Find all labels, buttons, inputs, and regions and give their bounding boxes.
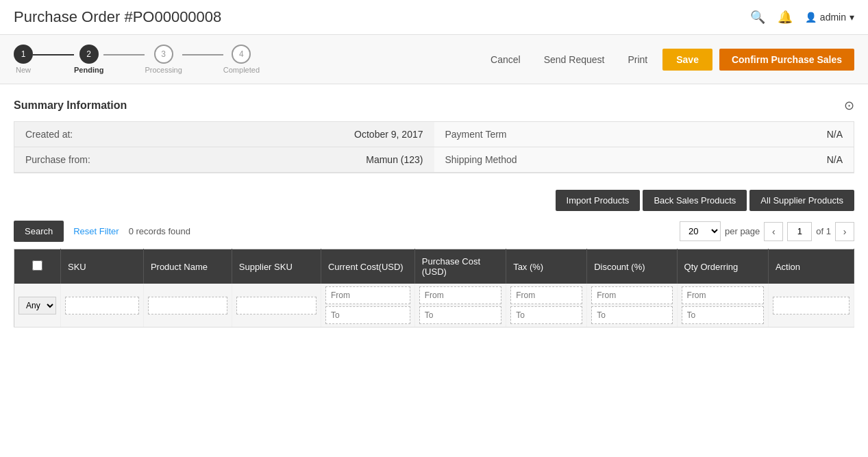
filter-current-cost-range bbox=[325, 286, 410, 324]
top-header: Purchase Order #PO00000008 🔍 🔔 👤 admin ▾ bbox=[0, 0, 868, 35]
cancel-button[interactable]: Cancel bbox=[482, 49, 529, 71]
created-value: October 9, 2017 bbox=[354, 129, 423, 140]
back-sales-button[interactable]: Back Sales Products bbox=[643, 190, 747, 211]
col-current-cost: Current Cost(USD) bbox=[321, 249, 414, 284]
col-tax: Tax (%) bbox=[506, 249, 587, 284]
import-products-button[interactable]: Import Products bbox=[556, 190, 641, 211]
col-product-name: Product Name bbox=[143, 249, 232, 284]
step-new: 1 New bbox=[14, 45, 33, 74]
step-line-3 bbox=[182, 54, 223, 55]
page-of-label: of 1 bbox=[816, 226, 831, 236]
filter-tax-to[interactable] bbox=[510, 306, 582, 324]
filter-any-cell[interactable]: Any bbox=[14, 284, 61, 328]
per-page-select[interactable]: 20 50 100 bbox=[680, 221, 721, 241]
purchase-from-label: Purchase from: bbox=[25, 154, 90, 165]
search-bar: Search Reset Filter 0 records found 20 5… bbox=[14, 221, 854, 242]
filter-qty-range bbox=[682, 286, 764, 324]
col-qty: Qty Orderring bbox=[677, 249, 768, 284]
user-name: admin bbox=[820, 12, 846, 23]
search-icon[interactable]: 🔍 bbox=[750, 10, 765, 25]
filter-action-cell[interactable] bbox=[768, 284, 854, 328]
step-line-1 bbox=[33, 54, 74, 55]
collapse-button[interactable]: ⊙ bbox=[844, 98, 854, 113]
select-all-checkbox[interactable] bbox=[32, 260, 42, 271]
filter-current-cost-to[interactable] bbox=[325, 306, 410, 324]
col-sku: SKU bbox=[61, 249, 144, 284]
summary-title: Summary Information bbox=[14, 99, 127, 112]
reset-filter-button[interactable]: Reset Filter bbox=[73, 226, 119, 236]
filter-row: Any bbox=[14, 284, 854, 328]
stepper: 1 New 2 Pending 3 Processing 4 Completed bbox=[14, 45, 260, 74]
select-all-header[interactable] bbox=[14, 249, 61, 284]
filter-sku-input[interactable] bbox=[65, 297, 139, 314]
filter-discount-range bbox=[591, 286, 672, 324]
filter-current-cost-cell[interactable] bbox=[321, 284, 414, 328]
filter-supplier-sku-input[interactable] bbox=[236, 297, 317, 314]
filter-tax-from[interactable] bbox=[510, 286, 582, 304]
products-section: Import Products Back Sales Products All … bbox=[14, 190, 854, 328]
filter-qty-to[interactable] bbox=[682, 306, 764, 324]
filter-tax-cell[interactable] bbox=[506, 284, 587, 328]
chevron-down-icon: ▾ bbox=[850, 12, 854, 23]
step-completed: 4 Completed bbox=[223, 45, 260, 74]
filter-qty-cell[interactable] bbox=[677, 284, 768, 328]
save-button[interactable]: Save bbox=[662, 49, 712, 71]
any-dropdown[interactable]: Any bbox=[18, 297, 56, 314]
filter-supplier-sku-cell[interactable] bbox=[232, 284, 321, 328]
products-actions: Import Products Back Sales Products All … bbox=[14, 190, 854, 211]
all-supplier-button[interactable]: All Supplier Products bbox=[749, 190, 854, 211]
col-discount: Discount (%) bbox=[587, 249, 677, 284]
step-label-processing: Processing bbox=[145, 66, 182, 74]
payment-label: Payment Term bbox=[445, 129, 507, 140]
filter-sku-cell[interactable] bbox=[61, 284, 144, 328]
purchase-from-value: Mamun (123) bbox=[366, 154, 423, 165]
summary-row-shipping: Shipping Method N/A bbox=[434, 147, 854, 173]
header-actions: 🔍 🔔 👤 admin ▾ bbox=[750, 10, 854, 25]
page-number-input[interactable] bbox=[787, 222, 812, 241]
send-request-button[interactable]: Send Request bbox=[536, 49, 613, 71]
user-icon: 👤 bbox=[805, 12, 817, 23]
filter-discount-from[interactable] bbox=[591, 286, 672, 304]
summary-row-created: Created at: October 9, 2017 bbox=[14, 122, 434, 147]
step-circle-completed: 4 bbox=[232, 45, 251, 64]
confirm-purchase-button[interactable]: Confirm Purchase Sales bbox=[719, 49, 854, 71]
filter-qty-from[interactable] bbox=[682, 286, 764, 304]
products-table: SKU Product Name Supplier SKU Current Co… bbox=[14, 249, 854, 328]
filter-current-cost-from[interactable] bbox=[325, 286, 410, 304]
user-menu[interactable]: 👤 admin ▾ bbox=[805, 12, 854, 23]
created-label: Created at: bbox=[25, 129, 73, 140]
filter-product-name-input[interactable] bbox=[148, 297, 227, 314]
step-circle-processing: 3 bbox=[154, 45, 173, 64]
filter-discount-cell[interactable] bbox=[587, 284, 677, 328]
col-purchase-cost: Purchase Cost (USD) bbox=[414, 249, 506, 284]
main-content: Summary Information ⊙ Created at: Octobe… bbox=[0, 84, 868, 341]
step-processing: 3 Processing bbox=[145, 45, 182, 74]
filter-purchase-cost-to[interactable] bbox=[419, 306, 501, 324]
page-title: Purchase Order #PO00000008 bbox=[14, 8, 221, 26]
shipping-label: Shipping Method bbox=[445, 154, 517, 165]
pagination: 20 50 100 per page ‹ of 1 › bbox=[680, 221, 854, 241]
per-page-label: per page bbox=[725, 226, 760, 236]
any-select[interactable]: Any bbox=[18, 297, 56, 314]
col-action: Action bbox=[768, 249, 854, 284]
step-label-new: New bbox=[16, 66, 31, 74]
filter-discount-to[interactable] bbox=[591, 306, 672, 324]
bell-icon[interactable]: 🔔 bbox=[778, 10, 793, 25]
summary-row-purchase-from: Purchase from: Mamun (123) bbox=[14, 147, 434, 173]
filter-purchase-cost-cell[interactable] bbox=[414, 284, 506, 328]
filter-product-name-cell[interactable] bbox=[143, 284, 232, 328]
prev-page-button[interactable]: ‹ bbox=[764, 222, 783, 241]
filter-purchase-cost-range bbox=[419, 286, 501, 324]
print-button[interactable]: Print bbox=[619, 49, 656, 71]
filter-action-input[interactable] bbox=[773, 297, 850, 314]
step-label-pending: Pending bbox=[74, 66, 103, 74]
per-page-dropdown[interactable]: 20 50 100 bbox=[680, 221, 721, 241]
search-button[interactable]: Search bbox=[14, 221, 64, 242]
filter-purchase-cost-from[interactable] bbox=[419, 286, 501, 304]
col-supplier-sku: Supplier SKU bbox=[232, 249, 321, 284]
shipping-value: N/A bbox=[827, 154, 843, 165]
step-circle-pending: 2 bbox=[79, 45, 99, 64]
toolbar: 1 New 2 Pending 3 Processing 4 Completed… bbox=[0, 35, 868, 84]
next-page-button[interactable]: › bbox=[835, 222, 854, 241]
summary-section-header: Summary Information ⊙ bbox=[14, 98, 854, 113]
